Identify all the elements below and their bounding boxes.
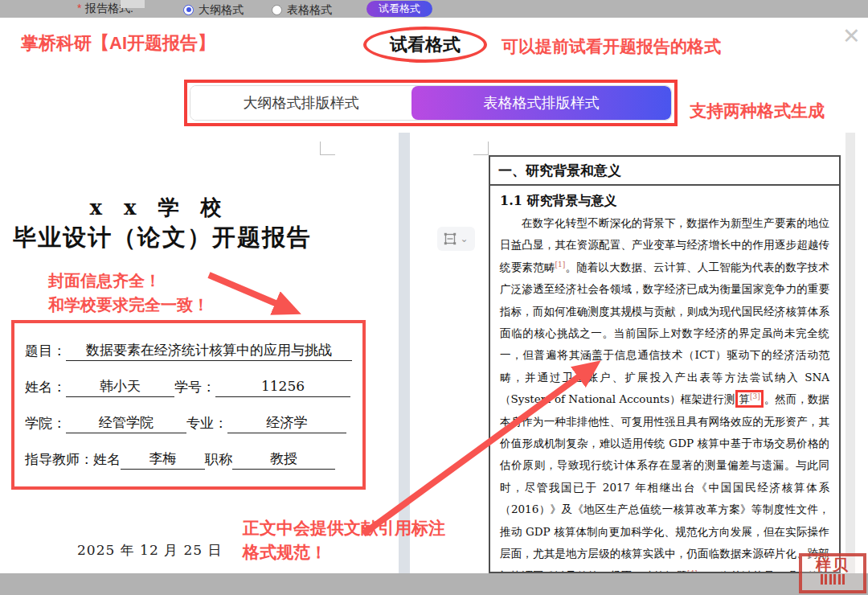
- name-value: 韩小天: [66, 375, 174, 397]
- page-view-tool-chip[interactable]: ⌄: [437, 227, 475, 251]
- page-edge-strip: [845, 133, 855, 573]
- page-corner-mark-right: [473, 142, 489, 155]
- citation-mark-1: [1]: [555, 260, 566, 268]
- preview-format-button[interactable]: 试看格式: [366, 1, 432, 17]
- report-subsection-heading: 1.1 研究背景与意义: [500, 193, 829, 210]
- tabs-highlight-box: 大纲格式排版样式 表格格式排版样式: [184, 80, 678, 126]
- college-value: 经管学院: [66, 412, 186, 433]
- advisor-value: 李梅: [121, 448, 205, 470]
- student-id-value: 11256: [215, 375, 350, 397]
- name-label: 姓名：: [25, 376, 66, 397]
- radio-selected-icon[interactable]: [183, 5, 194, 15]
- citation-annotation-line1: 正文中会提供文献引用标注: [243, 516, 445, 540]
- highlighted-char: 算: [739, 392, 750, 405]
- radio-outline-format[interactable]: 大纲格式: [183, 2, 244, 18]
- chevron-down-icon: ⌄: [460, 235, 468, 243]
- watermark-text: 样贝: [816, 556, 850, 573]
- watermark-logo: 样贝: [799, 553, 866, 593]
- preview-modal: 掌桥科研【AI开题报告】 试看格式 可以提前试看开题报告的格式 ✕ 大纲格式排版…: [0, 18, 868, 573]
- screen: * 报告格式: 大纲格式 表格格式 试看格式 掌桥科研【AI开题报告】 试看格式…: [0, 0, 868, 595]
- field-row-advisor: 指导教师：姓名 李梅 职称 教授: [25, 448, 352, 470]
- badge-oval-annotation: 试看格式: [363, 27, 487, 63]
- rank-value: 教授: [232, 448, 335, 470]
- badge-text: 试看格式: [390, 33, 461, 57]
- cover-annotation-line1: 封面信息齐全！: [48, 269, 209, 293]
- background-fragment: [121, 0, 145, 8]
- major-label: 专业：: [186, 412, 227, 433]
- frame-layout-icon: [444, 232, 457, 245]
- radio-table-format[interactable]: 表格格式: [272, 2, 332, 18]
- citation-annotation-line2: 格式规范！: [243, 540, 445, 564]
- student-id-label: 学号：: [174, 376, 215, 397]
- tab-outline-style[interactable]: 大纲格式排版样式: [190, 86, 411, 120]
- radio-table-label: 表格格式: [287, 2, 332, 18]
- format-tabs: 大纲格式排版样式 表格格式排版样式: [190, 85, 672, 121]
- radio-unselected-icon[interactable]: [272, 5, 282, 15]
- major-value: 经济学: [227, 412, 346, 433]
- field-row-title: 题目： 数据要素在经济统计核算中的应用与挑战: [25, 339, 352, 361]
- citation-highlight-box: 算[3]: [735, 390, 763, 408]
- cover-doc-title: 毕业设计（论文）开题报告: [0, 222, 325, 254]
- tab-table-style[interactable]: 表格格式排版样式: [411, 86, 671, 120]
- page-gap-divider: [399, 133, 410, 573]
- arrow-cover-note: [209, 275, 294, 311]
- para-part3: 。然而，数据本身作为一种非排他性、可复用性强且具有网络效应的无形资产，其价值形成…: [500, 392, 829, 573]
- watermark-bars: [821, 574, 845, 585]
- radio-outline-label: 大纲格式: [199, 2, 244, 18]
- rank-label: 职称: [205, 449, 232, 470]
- background-bottom-strip: [0, 573, 868, 595]
- brand-title: 掌桥科研【AI开题报告】: [21, 31, 215, 55]
- field-row-name: 姓名： 韩小天 学号： 11256: [25, 375, 352, 397]
- citation-mark-2: [3]: [750, 392, 760, 400]
- title-label: 题目：: [25, 340, 66, 361]
- required-asterisk: *: [77, 0, 81, 16]
- report-paragraph: 在数字化转型不断深化的背景下，数据作为新型生产要素的地位日益凸显，其在资源配置、…: [500, 212, 829, 573]
- tabs-hint-text: 支持两种格式生成: [690, 100, 825, 122]
- cover-date: 2025 年 12 月 25 日: [77, 541, 223, 560]
- cover-annotation-line2: 和学校要求完全一致！: [48, 293, 209, 317]
- para-part2: 。随着以大数据、云计算、人工智能为代表的数字技术广泛渗透至经济社会各领域，数字经…: [500, 261, 829, 405]
- advisor-label: 指导教师：姓名: [25, 449, 121, 470]
- cover-fields-highlight-box: 题目： 数据要素在经济统计核算中的应用与挑战 姓名： 韩小天 学号： 11256…: [11, 320, 366, 490]
- report-section-heading: 一、研究背景和意义: [490, 157, 839, 186]
- background-form-toolbar: * 报告格式: 大纲格式 表格格式 试看格式: [0, 0, 868, 18]
- badge-hint-text: 可以提前试看开题报告的格式: [502, 35, 721, 58]
- close-icon[interactable]: ✕: [842, 24, 861, 48]
- report-body: 1.1 研究背景与意义 在数字化转型不断深化的背景下，数据作为新型生产要素的地位…: [490, 186, 839, 573]
- field-row-college: 学院： 经管学院 专业： 经济学: [25, 412, 352, 433]
- report-page: 一、研究背景和意义 1.1 研究背景与意义 在数字化转型不断深化的背景下，数据作…: [489, 155, 841, 573]
- cover-school-name: x x 学 校: [0, 194, 318, 222]
- title-value: 数据要素在经济统计核算中的应用与挑战: [66, 339, 352, 361]
- college-label: 学院：: [25, 412, 66, 433]
- page-corner-mark-left: [320, 142, 335, 155]
- cover-annotation: 封面信息齐全！ 和学校要求完全一致！: [48, 269, 209, 317]
- citation-annotation: 正文中会提供文献引用标注 格式规范！: [243, 516, 445, 564]
